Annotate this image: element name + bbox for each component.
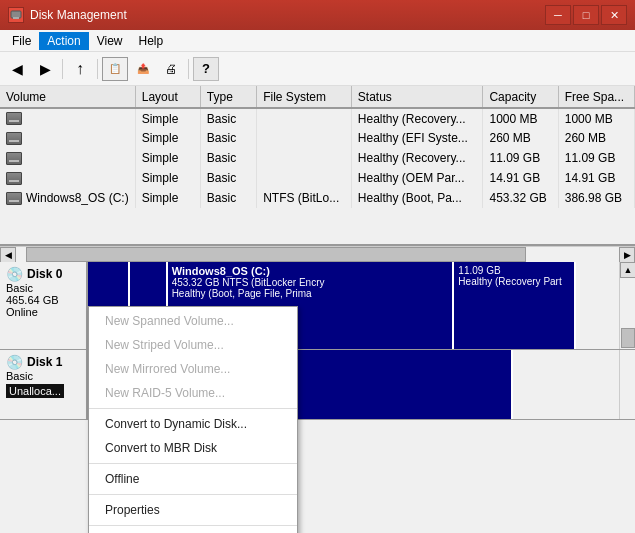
toolbar-sep-2 — [97, 59, 98, 79]
cell-capacity: 1000 MB — [483, 108, 558, 128]
minimize-button[interactable]: ─ — [545, 5, 571, 25]
menu-bar: File Action View Help — [0, 30, 635, 52]
v-scroll2 — [619, 350, 635, 419]
v-scroll-thumb[interactable] — [621, 328, 635, 348]
cell-status: Healthy (Recovery... — [351, 108, 483, 128]
disk0-icon: 💿 — [6, 266, 23, 282]
context-menu-separator — [89, 525, 297, 526]
context-menu-separator — [89, 494, 297, 495]
context-menu-separator — [89, 463, 297, 464]
window-controls: ─ □ ✕ — [545, 5, 627, 25]
title-bar: Disk Management ─ □ ✕ — [0, 0, 635, 30]
table-row[interactable]: Simple Basic Healthy (EFI Syste... 260 M… — [0, 128, 635, 148]
disk0-size: 465.64 GB — [6, 294, 80, 306]
window-title: Disk Management — [30, 8, 127, 22]
disk0-status: Online — [6, 306, 80, 318]
volume-table-container[interactable]: Volume Layout Type File System Status Ca… — [0, 86, 635, 246]
col-type: Type — [200, 86, 256, 108]
up-button[interactable]: ↑ — [67, 57, 93, 81]
context-menu-separator — [89, 408, 297, 409]
cell-fs — [257, 128, 352, 148]
cell-type: Basic — [200, 108, 256, 128]
disk1-icon: 💿 — [6, 354, 23, 370]
cell-type: Basic — [200, 168, 256, 188]
disk0-p3[interactable]: 11.09 GB Healthy (Recovery Part — [454, 262, 576, 349]
cell-layout: Simple — [135, 128, 200, 148]
properties-button[interactable]: 📋 — [102, 57, 128, 81]
cell-layout: Simple — [135, 168, 200, 188]
col-layout: Layout — [135, 86, 200, 108]
menu-view[interactable]: View — [89, 32, 131, 50]
cell-type: Basic — [200, 128, 256, 148]
volume-table: Volume Layout Type File System Status Ca… — [0, 86, 635, 208]
context-menu-item-new-striped: New Striped Volume... — [89, 333, 297, 357]
context-menu-item-properties[interactable]: Properties — [89, 498, 297, 522]
back-button[interactable]: ◀ — [4, 57, 30, 81]
scroll-left-btn[interactable]: ◀ — [0, 247, 16, 263]
cell-status: Healthy (EFI Syste... — [351, 128, 483, 148]
disk-icon — [6, 192, 22, 205]
h-scroll-track[interactable] — [16, 247, 619, 262]
disk0-label: 💿 Disk 0 Basic 465.64 GB Online — [0, 262, 88, 349]
disk1-type: Basic — [6, 370, 80, 382]
menu-file[interactable]: File — [4, 32, 39, 50]
print-button[interactable]: 🖨 — [158, 57, 184, 81]
cell-status: Healthy (Boot, Pa... — [351, 188, 483, 208]
scroll-right-btn[interactable]: ▶ — [619, 247, 635, 263]
cell-free: 386.98 GB — [558, 188, 634, 208]
disk-icon — [6, 172, 22, 185]
cell-status: Healthy (Recovery... — [351, 148, 483, 168]
cell-free: 11.09 GB — [558, 148, 634, 168]
menu-action[interactable]: Action — [39, 32, 88, 50]
v-scroll-up-btn[interactable]: ▲ — [620, 262, 635, 278]
context-menu-item-offline[interactable]: Offline — [89, 467, 297, 491]
cell-capacity: 453.32 GB — [483, 188, 558, 208]
table-row[interactable]: Simple Basic Healthy (Recovery... 11.09 … — [0, 148, 635, 168]
disk0-p3-status: Healthy (Recovery Part — [458, 276, 570, 287]
table-row[interactable]: Simple Basic Healthy (OEM Par... 14.91 G… — [0, 168, 635, 188]
context-menu-item-new-spanned: New Spanned Volume... — [89, 309, 297, 333]
disk0-p2-size: 453.32 GB NTFS (BitLocker Encry — [172, 277, 449, 288]
export-button[interactable]: 📤 — [130, 57, 156, 81]
toolbar: ◀ ▶ ↑ 📋 📤 🖨 ? — [0, 52, 635, 86]
h-scrollbar[interactable]: ◀ ▶ — [0, 246, 635, 262]
cell-type: Basic — [200, 188, 256, 208]
volume-name: Windows8_OS (C:) — [26, 191, 129, 205]
disk0-type: Basic — [6, 282, 80, 294]
close-button[interactable]: ✕ — [601, 5, 627, 25]
help-button[interactable]: ? — [193, 57, 219, 81]
disk0-p3-size: 11.09 GB — [458, 265, 570, 276]
cell-capacity: 14.91 GB — [483, 168, 558, 188]
cell-volume — [0, 128, 135, 148]
disk0-p2-label: Windows8_OS (C:) — [172, 265, 449, 277]
cell-volume: Windows8_OS (C:) — [0, 188, 135, 208]
col-capacity: Capacity — [483, 86, 558, 108]
table-row[interactable]: Simple Basic Healthy (Recovery... 1000 M… — [0, 108, 635, 128]
disk1-title: Disk 1 — [27, 355, 62, 369]
context-menu-item-convert-mbr[interactable]: Convert to MBR Disk — [89, 436, 297, 460]
app-icon — [8, 7, 24, 23]
toolbar-sep-1 — [62, 59, 63, 79]
cell-fs — [257, 108, 352, 128]
h-scroll-thumb[interactable] — [26, 247, 526, 262]
menu-help[interactable]: Help — [131, 32, 172, 50]
col-filesystem: File System — [257, 86, 352, 108]
disk-icon — [6, 152, 22, 165]
v-scroll-right[interactable]: ▲ — [619, 262, 635, 349]
main-content: Volume Layout Type File System Status Ca… — [0, 86, 635, 533]
cell-fs — [257, 168, 352, 188]
toolbar-sep-3 — [188, 59, 189, 79]
context-menu-item-help[interactable]: Help — [89, 529, 297, 533]
forward-button[interactable]: ▶ — [32, 57, 58, 81]
disk1-empty — [513, 350, 619, 419]
table-row[interactable]: Windows8_OS (C:) Simple Basic NTFS (BitL… — [0, 188, 635, 208]
disk-icon — [6, 112, 22, 125]
cell-layout: Simple — [135, 188, 200, 208]
cell-fs — [257, 148, 352, 168]
context-menu: New Spanned Volume...New Striped Volume.… — [88, 306, 298, 533]
cell-volume — [0, 148, 135, 168]
cell-layout: Simple — [135, 108, 200, 128]
context-menu-item-convert-dynamic[interactable]: Convert to Dynamic Disk... — [89, 412, 297, 436]
restore-button[interactable]: □ — [573, 5, 599, 25]
cell-fs: NTFS (BitLo... — [257, 188, 352, 208]
